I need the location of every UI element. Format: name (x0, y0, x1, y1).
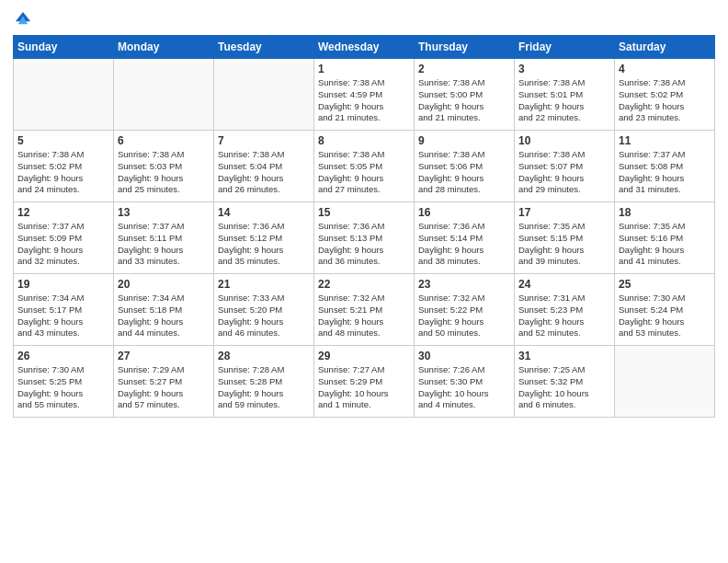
day-number: 21 (218, 278, 310, 291)
day-cell: 27Sunrise: 7:29 AM Sunset: 5:27 PM Dayli… (114, 346, 214, 418)
day-number: 29 (318, 350, 410, 362)
day-cell: 1Sunrise: 7:38 AM Sunset: 4:59 PM Daylig… (314, 59, 415, 131)
day-cell: 17Sunrise: 7:35 AM Sunset: 5:15 PM Dayli… (515, 202, 615, 274)
day-cell: 20Sunrise: 7:34 AM Sunset: 5:18 PM Dayli… (114, 274, 214, 346)
weekday-header-friday: Friday (515, 36, 615, 59)
day-cell: 29Sunrise: 7:27 AM Sunset: 5:29 PM Dayli… (314, 346, 415, 418)
day-number: 16 (418, 206, 510, 219)
day-number: 19 (17, 278, 109, 291)
day-info: Sunrise: 7:30 AM Sunset: 5:25 PM Dayligh… (17, 364, 109, 411)
day-number: 13 (118, 206, 210, 219)
day-info: Sunrise: 7:38 AM Sunset: 5:05 PM Dayligh… (318, 149, 410, 196)
day-number: 20 (118, 278, 210, 291)
day-number: 3 (518, 63, 610, 75)
weekday-header-tuesday: Tuesday (214, 36, 314, 59)
page: SundayMondayTuesdayWednesdayThursdayFrid… (0, 0, 728, 563)
weekday-header-thursday: Thursday (415, 36, 515, 59)
day-info: Sunrise: 7:38 AM Sunset: 5:00 PM Dayligh… (418, 77, 510, 124)
day-cell: 24Sunrise: 7:31 AM Sunset: 5:23 PM Dayli… (515, 274, 615, 346)
day-cell: 15Sunrise: 7:36 AM Sunset: 5:13 PM Dayli… (314, 202, 415, 274)
weekday-header-monday: Monday (114, 36, 214, 59)
day-number: 9 (418, 134, 510, 147)
day-info: Sunrise: 7:38 AM Sunset: 5:02 PM Dayligh… (619, 77, 711, 124)
day-info: Sunrise: 7:34 AM Sunset: 5:18 PM Dayligh… (118, 293, 210, 339)
day-info: Sunrise: 7:34 AM Sunset: 5:17 PM Dayligh… (17, 293, 109, 339)
day-info: Sunrise: 7:35 AM Sunset: 5:15 PM Dayligh… (518, 221, 610, 268)
day-cell: 12Sunrise: 7:37 AM Sunset: 5:09 PM Dayli… (14, 202, 114, 274)
day-cell: 28Sunrise: 7:28 AM Sunset: 5:28 PM Dayli… (214, 346, 314, 418)
day-info: Sunrise: 7:36 AM Sunset: 5:12 PM Dayligh… (218, 221, 310, 268)
day-info: Sunrise: 7:32 AM Sunset: 5:22 PM Dayligh… (418, 293, 510, 339)
day-info: Sunrise: 7:26 AM Sunset: 5:30 PM Dayligh… (418, 364, 510, 411)
day-cell: 16Sunrise: 7:36 AM Sunset: 5:14 PM Dayli… (415, 202, 515, 274)
day-cell (615, 346, 715, 418)
day-number: 26 (17, 350, 109, 362)
day-info: Sunrise: 7:28 AM Sunset: 5:28 PM Dayligh… (218, 364, 310, 411)
day-cell: 4Sunrise: 7:38 AM Sunset: 5:02 PM Daylig… (615, 59, 715, 131)
day-cell: 13Sunrise: 7:37 AM Sunset: 5:11 PM Dayli… (114, 202, 214, 274)
day-info: Sunrise: 7:37 AM Sunset: 5:09 PM Dayligh… (17, 221, 109, 268)
day-info: Sunrise: 7:35 AM Sunset: 5:16 PM Dayligh… (619, 221, 711, 268)
day-number: 11 (619, 134, 711, 147)
day-cell: 10Sunrise: 7:38 AM Sunset: 5:07 PM Dayli… (515, 131, 615, 202)
day-cell: 7Sunrise: 7:38 AM Sunset: 5:04 PM Daylig… (214, 131, 314, 202)
day-number: 5 (17, 134, 109, 147)
day-info: Sunrise: 7:37 AM Sunset: 5:08 PM Dayligh… (619, 149, 711, 196)
day-cell: 18Sunrise: 7:35 AM Sunset: 5:16 PM Dayli… (615, 202, 715, 274)
day-cell: 11Sunrise: 7:37 AM Sunset: 5:08 PM Dayli… (615, 131, 715, 202)
day-info: Sunrise: 7:36 AM Sunset: 5:14 PM Dayligh… (418, 221, 510, 268)
day-number: 8 (318, 134, 410, 147)
day-info: Sunrise: 7:38 AM Sunset: 5:07 PM Dayligh… (518, 149, 610, 196)
day-info: Sunrise: 7:38 AM Sunset: 5:04 PM Dayligh… (218, 149, 310, 196)
day-info: Sunrise: 7:38 AM Sunset: 5:03 PM Dayligh… (118, 149, 210, 196)
day-number: 4 (619, 63, 711, 75)
day-info: Sunrise: 7:27 AM Sunset: 5:29 PM Dayligh… (318, 364, 410, 411)
day-number: 1 (318, 63, 410, 75)
week-row-3: 19Sunrise: 7:34 AM Sunset: 5:17 PM Dayli… (14, 274, 715, 346)
day-cell: 5Sunrise: 7:38 AM Sunset: 5:02 PM Daylig… (14, 131, 114, 202)
day-cell: 8Sunrise: 7:38 AM Sunset: 5:05 PM Daylig… (314, 131, 415, 202)
day-number: 25 (619, 278, 711, 291)
day-number: 24 (518, 278, 610, 291)
day-cell: 22Sunrise: 7:32 AM Sunset: 5:21 PM Dayli… (314, 274, 415, 346)
day-cell: 19Sunrise: 7:34 AM Sunset: 5:17 PM Dayli… (14, 274, 114, 346)
logo-icon (13, 9, 33, 29)
day-cell: 30Sunrise: 7:26 AM Sunset: 5:30 PM Dayli… (415, 346, 515, 418)
day-info: Sunrise: 7:38 AM Sunset: 4:59 PM Dayligh… (318, 77, 410, 124)
week-row-4: 26Sunrise: 7:30 AM Sunset: 5:25 PM Dayli… (14, 346, 715, 418)
weekday-header-wednesday: Wednesday (314, 36, 415, 59)
day-number: 18 (619, 206, 711, 219)
day-cell (114, 59, 214, 131)
calendar: SundayMondayTuesdayWednesdayThursdayFrid… (13, 35, 715, 418)
logo (13, 9, 35, 29)
day-cell: 21Sunrise: 7:33 AM Sunset: 5:20 PM Dayli… (214, 274, 314, 346)
day-cell: 9Sunrise: 7:38 AM Sunset: 5:06 PM Daylig… (415, 131, 515, 202)
day-number: 7 (218, 134, 310, 147)
day-info: Sunrise: 7:30 AM Sunset: 5:24 PM Dayligh… (619, 293, 711, 339)
day-info: Sunrise: 7:32 AM Sunset: 5:21 PM Dayligh… (318, 293, 410, 339)
day-cell: 14Sunrise: 7:36 AM Sunset: 5:12 PM Dayli… (214, 202, 314, 274)
day-number: 6 (118, 134, 210, 147)
day-info: Sunrise: 7:25 AM Sunset: 5:32 PM Dayligh… (518, 364, 610, 411)
week-row-1: 5Sunrise: 7:38 AM Sunset: 5:02 PM Daylig… (14, 131, 715, 202)
day-number: 2 (418, 63, 510, 75)
day-number: 23 (418, 278, 510, 291)
day-info: Sunrise: 7:36 AM Sunset: 5:13 PM Dayligh… (318, 221, 410, 268)
day-cell: 26Sunrise: 7:30 AM Sunset: 5:25 PM Dayli… (14, 346, 114, 418)
weekday-header-row: SundayMondayTuesdayWednesdayThursdayFrid… (14, 36, 715, 59)
day-info: Sunrise: 7:37 AM Sunset: 5:11 PM Dayligh… (118, 221, 210, 268)
day-number: 30 (418, 350, 510, 362)
day-cell: 25Sunrise: 7:30 AM Sunset: 5:24 PM Dayli… (615, 274, 715, 346)
day-number: 27 (118, 350, 210, 362)
day-number: 12 (17, 206, 109, 219)
day-number: 31 (518, 350, 610, 362)
day-cell: 23Sunrise: 7:32 AM Sunset: 5:22 PM Dayli… (415, 274, 515, 346)
day-info: Sunrise: 7:38 AM Sunset: 5:02 PM Dayligh… (17, 149, 109, 196)
day-number: 15 (318, 206, 410, 219)
weekday-header-sunday: Sunday (14, 36, 114, 59)
week-row-0: 1Sunrise: 7:38 AM Sunset: 4:59 PM Daylig… (14, 59, 715, 131)
day-number: 14 (218, 206, 310, 219)
day-number: 17 (518, 206, 610, 219)
header (13, 9, 715, 29)
day-cell: 31Sunrise: 7:25 AM Sunset: 5:32 PM Dayli… (515, 346, 615, 418)
